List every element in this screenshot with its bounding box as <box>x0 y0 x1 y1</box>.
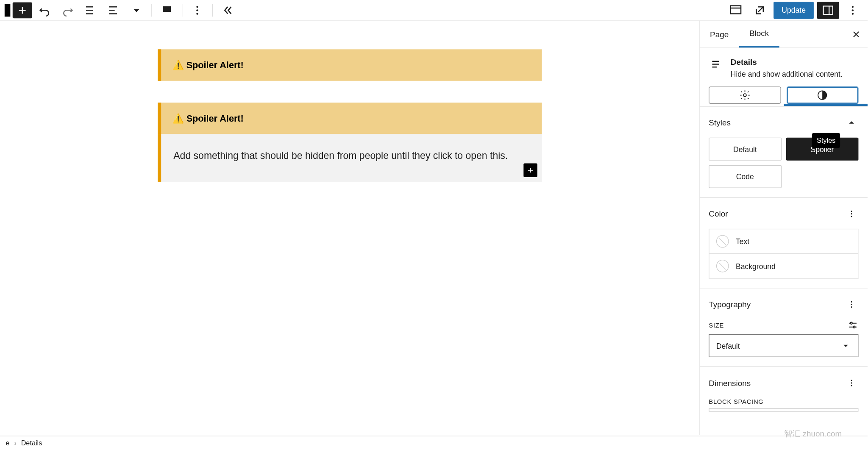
svg-point-15 <box>851 304 852 305</box>
svg-point-13 <box>851 216 852 217</box>
separator <box>182 4 182 17</box>
color-background-row[interactable]: Background <box>709 254 858 278</box>
view-button[interactable] <box>726 1 746 19</box>
tab-block[interactable]: Block <box>739 21 779 48</box>
breadcrumb-item[interactable]: e <box>6 439 10 447</box>
breadcrumb: e › Details <box>0 436 868 449</box>
typography-more-button[interactable] <box>845 297 858 311</box>
align-button[interactable] <box>156 1 177 19</box>
color-text-row[interactable]: Text <box>709 229 858 254</box>
svg-point-19 <box>851 380 852 381</box>
block-description: Hide and show additional content. <box>731 70 843 78</box>
block-more-button[interactable] <box>187 1 208 19</box>
svg-point-14 <box>851 301 852 303</box>
list-view-button[interactable] <box>80 1 101 19</box>
chevron-down-icon <box>840 341 851 351</box>
svg-point-3 <box>196 13 198 14</box>
details-summary[interactable]: ⚠️ Spoiler Alert! <box>157 103 542 134</box>
svg-point-1 <box>196 6 198 7</box>
dimensions-section-title: Dimensions <box>709 378 751 388</box>
styles-collapse-button[interactable] <box>845 116 858 129</box>
svg-rect-4 <box>731 6 741 14</box>
font-size-select[interactable]: Default <box>709 334 858 357</box>
external-link-button[interactable] <box>749 1 770 19</box>
background-color-swatch <box>716 260 729 272</box>
details-block[interactable]: ⚠️ Spoiler Alert! <box>157 49 542 81</box>
options-button[interactable] <box>843 1 863 19</box>
redo-button[interactable] <box>57 1 78 19</box>
svg-point-12 <box>851 213 852 214</box>
font-size-value: Default <box>716 342 740 350</box>
svg-rect-5 <box>823 6 833 14</box>
add-block-button[interactable] <box>523 164 537 177</box>
settings-sidebar: Page Block Details Hide and show additio… <box>699 21 868 435</box>
text-color-label: Text <box>736 237 749 245</box>
svg-point-6 <box>852 6 854 7</box>
text-color-swatch <box>716 235 729 248</box>
details-block-icon <box>709 57 722 71</box>
tab-page[interactable]: Page <box>700 21 739 48</box>
style-code-button[interactable]: Code <box>709 165 781 188</box>
color-more-button[interactable] <box>845 207 858 220</box>
svg-point-8 <box>852 13 854 14</box>
separator <box>151 4 152 17</box>
svg-point-2 <box>196 9 198 11</box>
color-section-title: Color <box>709 209 728 219</box>
background-color-label: Background <box>736 262 776 270</box>
svg-point-17 <box>850 322 852 324</box>
typography-section-title: Typography <box>709 300 751 309</box>
separator <box>212 4 213 17</box>
svg-point-9 <box>743 94 746 97</box>
update-button[interactable]: Update <box>773 1 814 19</box>
details-summary[interactable]: ⚠️ Spoiler Alert! <box>157 49 542 81</box>
details-block[interactable]: ⚠️ Spoiler Alert! Add something that sho… <box>157 103 542 182</box>
size-custom-toggle[interactable] <box>847 319 858 331</box>
dropdown-toggle[interactable] <box>126 1 147 19</box>
block-name: Details <box>731 57 843 67</box>
svg-rect-0 <box>163 6 171 12</box>
block-type-button[interactable] <box>103 1 124 19</box>
font-size-label: SIZE <box>709 322 724 328</box>
svg-point-20 <box>851 382 852 383</box>
svg-point-18 <box>853 326 855 328</box>
close-sidebar-button[interactable] <box>845 21 868 48</box>
settings-tab-button[interactable] <box>709 86 781 104</box>
style-default-button[interactable]: Default <box>709 138 781 161</box>
settings-panel-toggle[interactable] <box>817 1 839 19</box>
svg-point-11 <box>851 211 852 212</box>
styles-section-title: Styles <box>709 118 731 128</box>
svg-point-7 <box>852 9 854 11</box>
dimensions-more-button[interactable] <box>845 376 858 390</box>
undo-button[interactable] <box>34 1 55 19</box>
breadcrumb-item[interactable]: Details <box>21 439 42 447</box>
editor-canvas[interactable]: ⚠️ Spoiler Alert! ⚠️ Spoiler Alert! Add … <box>0 21 699 435</box>
svg-point-21 <box>851 385 852 386</box>
svg-point-16 <box>851 306 852 308</box>
add-block-button[interactable] <box>13 2 32 18</box>
styles-tab-button[interactable] <box>787 86 859 104</box>
block-spacing-label: BLOCK SPACING <box>709 398 763 405</box>
collapse-toolbar-button[interactable] <box>217 1 238 19</box>
details-content[interactable]: Add something that should be hidden from… <box>157 134 542 182</box>
site-logo[interactable] <box>5 4 11 17</box>
styles-tooltip: Styles <box>812 133 840 148</box>
block-spacing-control[interactable] <box>709 408 858 411</box>
details-content-text[interactable]: Add something that should be hidden from… <box>173 150 508 161</box>
watermark: 智汇 zhuon.com <box>784 429 842 439</box>
chevron-right-icon: › <box>14 439 16 447</box>
